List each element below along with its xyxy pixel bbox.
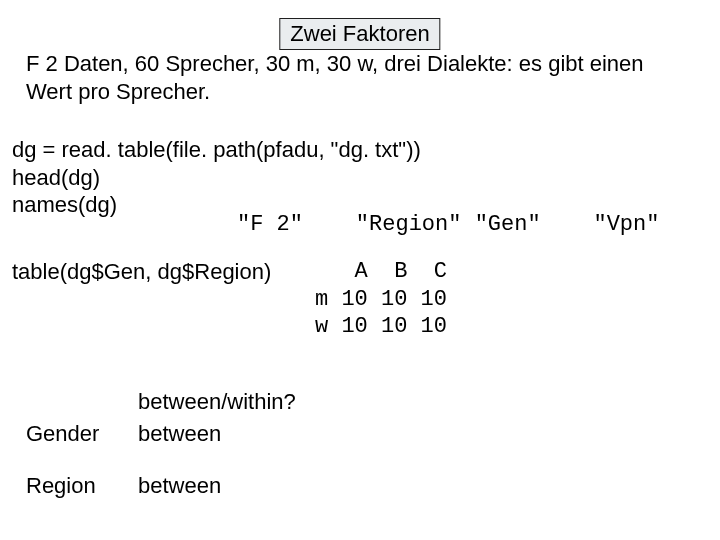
region-answer: between	[138, 472, 221, 500]
code-line-2: head(dg)	[12, 164, 421, 192]
table-call: table(dg$Gen, dg$Region)	[12, 258, 271, 286]
between-within-header: between/within?	[138, 388, 296, 416]
gender-answer: between	[138, 420, 221, 448]
slide-title: Zwei Faktoren	[279, 18, 440, 50]
names-output: "F 2" "Region" "Gen" "Vpn"	[237, 211, 659, 239]
description-text: F 2 Daten, 60 Sprecher, 30 m, 30 w, drei…	[26, 50, 686, 105]
code-line-1: dg = read. table(file. path(pfadu, "dg. …	[12, 136, 421, 164]
gender-label: Gender	[26, 420, 99, 448]
slide-title-text: Zwei Faktoren	[290, 21, 429, 46]
code-block: dg = read. table(file. path(pfadu, "dg. …	[12, 136, 421, 219]
table-output: A B C m 10 10 10 w 10 10 10	[315, 258, 447, 341]
region-label: Region	[26, 472, 96, 500]
